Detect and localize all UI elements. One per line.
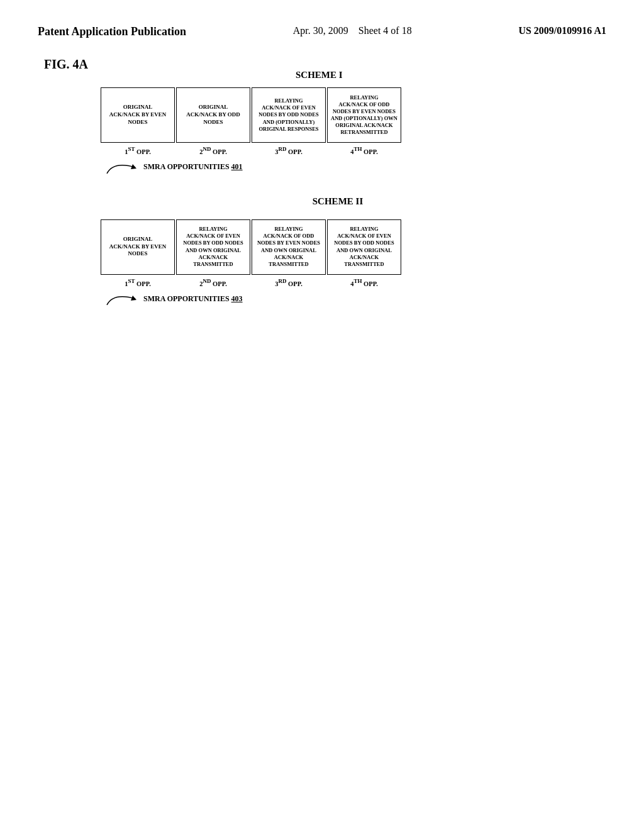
scheme-ii-box4: RELAYING ACK/NACK OF EVEN NODES BY ODD N… [327, 219, 401, 275]
scheme-ii-smra-row: SMRA OPPORTUNITIES 403 [104, 289, 606, 308]
publication-number: US 2009/0109916 A1 [518, 25, 606, 36]
scheme-i-smra-row: SMRA OPPORTUNITIES 401 [104, 158, 606, 177]
scheme-i-col2: ORIGINAL ACK/NACK BY ODD NODES 2ND OPP. [176, 87, 250, 155]
scheme-i-arrow-icon [104, 158, 138, 177]
scheme-ii-section: ORIGINAL ACK/NACK BY EVEN NODES 1ST OPP.… [101, 213, 606, 309]
scheme-i-box1: ORIGINAL ACK/NACK BY EVEN NODES [101, 87, 175, 143]
scheme-i-box3: RELAYING ACK/NACK OF EVEN NODES BY ODD N… [252, 87, 326, 143]
scheme-ii-opp1: 1ST OPP. [125, 278, 151, 287]
figure-content: FIG. 4A SCHEME I ORIGINAL ACK/NACK BY EV… [0, 51, 644, 333]
scheme-i-col1: ORIGINAL ACK/NACK BY EVEN NODES 1ST OPP. [101, 87, 175, 155]
scheme-i-opp1: 1ST OPP. [125, 146, 151, 155]
scheme-i-col3: RELAYING ACK/NACK OF EVEN NODES BY ODD N… [252, 87, 326, 155]
scheme-i-opp4: 4TH OPP. [350, 146, 378, 155]
publication-date-sheet: Apr. 30, 2009 Sheet 4 of 18 [293, 25, 412, 36]
scheme-ii-label: SCHEME II [69, 196, 606, 207]
scheme-ii-col2: RELAYING ACK/NACK OF EVEN NODES BY ODD N… [176, 219, 250, 287]
scheme-ii-box2: RELAYING ACK/NACK OF EVEN NODES BY ODD N… [176, 219, 250, 275]
scheme-ii-opp3: 3RD OPP. [275, 278, 303, 287]
publication-title: Patent Application Publication [38, 25, 186, 38]
scheme-i-opp2: 2ND OPP. [199, 146, 227, 155]
scheme-ii-opp4: 4TH OPP. [350, 278, 378, 287]
scheme-ii-box3: RELAYING ACK/NACK OF ODD NODES BY EVEN N… [252, 219, 326, 275]
page-header: Patent Application Publication Apr. 30, … [0, 0, 644, 51]
scheme-i-opp3: 3RD OPP. [275, 146, 303, 155]
scheme-i-label: SCHEME I [296, 70, 343, 80]
scheme-ii-opp2: 2ND OPP. [199, 278, 227, 287]
scheme-i-col4: RELAYING ACK/NACK OF ODD NODES BY EVEN N… [327, 87, 401, 155]
scheme-ii-col4: RELAYING ACK/NACK OF EVEN NODES BY ODD N… [327, 219, 401, 287]
scheme-ii-col3: RELAYING ACK/NACK OF ODD NODES BY EVEN N… [252, 219, 326, 287]
scheme-i-box4: RELAYING ACK/NACK OF ODD NODES BY EVEN N… [327, 87, 401, 143]
scheme-ii-boxes: ORIGINAL ACK/NACK BY EVEN NODES 1ST OPP.… [101, 219, 606, 287]
scheme-i-smra-label: SMRA OPPORTUNITIES 401 [143, 162, 243, 172]
scheme-ii-box1: ORIGINAL ACK/NACK BY EVEN NODES [101, 219, 175, 275]
scheme-ii-smra-label: SMRA OPPORTUNITIES 403 [143, 294, 243, 304]
scheme-ii-arrow-icon [104, 289, 138, 308]
scheme-i-box2: ORIGINAL ACK/NACK BY ODD NODES [176, 87, 250, 143]
scheme-i-section: SCHEME I ORIGINAL ACK/NACK BY EVEN NODES… [101, 81, 606, 177]
scheme-ii-col1: ORIGINAL ACK/NACK BY EVEN NODES 1ST OPP. [101, 219, 175, 287]
scheme-i-boxes: ORIGINAL ACK/NACK BY EVEN NODES 1ST OPP.… [101, 87, 606, 155]
